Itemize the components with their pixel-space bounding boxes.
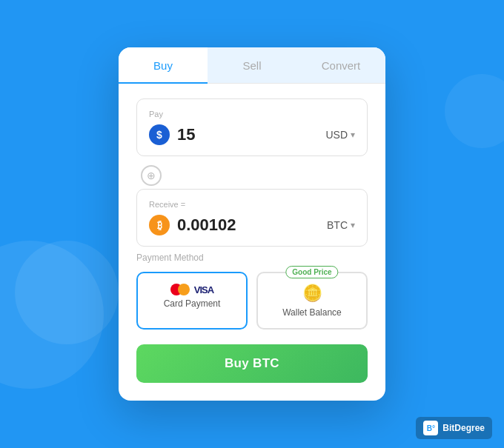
- receive-left: ₿ 0.00102: [149, 215, 236, 235]
- visa-text: VISA: [194, 284, 213, 295]
- pay-input-box: Pay $ 15 USD ▾: [136, 98, 368, 156]
- swap-icon: ⊕: [147, 170, 156, 181]
- bitdegree-badge: B° BitDegree: [416, 417, 492, 439]
- wallet-label: Wallet Balance: [265, 307, 359, 318]
- payment-option-visa[interactable]: VISA Card Payment: [136, 272, 248, 330]
- receive-label: Receive =: [149, 200, 355, 209]
- receive-currency-select[interactable]: BTC ▾: [327, 219, 355, 231]
- tab-buy[interactable]: Buy: [119, 47, 208, 84]
- pay-value[interactable]: 15: [177, 125, 195, 144]
- mc-orange-circle: [178, 284, 190, 295]
- swap-area: ⊕: [136, 162, 368, 189]
- wallet-icon-row: 🪙: [265, 284, 359, 304]
- visa-icon-row: VISA: [145, 284, 239, 295]
- payment-method-label: Payment Method: [136, 253, 368, 263]
- payment-methods-container: VISA Card Payment Good Price 🪙 Wallet Ba…: [136, 272, 368, 330]
- main-card: Buy Sell Convert Pay $ 15 USD ▾: [119, 47, 385, 401]
- payment-option-wallet[interactable]: Good Price 🪙 Wallet Balance: [256, 272, 368, 330]
- wallet-icon: 🪙: [302, 284, 322, 303]
- pay-label: Pay: [149, 110, 355, 118]
- pay-currency-select[interactable]: USD ▾: [325, 129, 355, 141]
- tab-bar: Buy Sell Convert: [119, 47, 385, 84]
- tab-sell[interactable]: Sell: [208, 47, 296, 83]
- good-price-badge: Good Price: [285, 266, 338, 278]
- receive-row: ₿ 0.00102 BTC ▾: [149, 215, 355, 235]
- receive-input-box: Receive = ₿ 0.00102 BTC ▾: [136, 189, 368, 247]
- receive-currency-label: BTC: [327, 219, 348, 231]
- buy-btc-button[interactable]: Buy BTC: [136, 344, 368, 383]
- pay-currency-label: USD: [325, 129, 348, 141]
- mastercard-icon: [170, 284, 190, 295]
- btc-coin-icon: ₿: [149, 215, 170, 235]
- tab-convert[interactable]: Convert: [296, 47, 385, 83]
- bitdegree-logo: B°: [423, 421, 438, 435]
- visa-card-label: Card Payment: [145, 298, 239, 309]
- receive-value[interactable]: 0.00102: [177, 215, 236, 235]
- receive-currency-chevron: ▾: [351, 220, 355, 230]
- swap-button[interactable]: ⊕: [141, 165, 162, 186]
- usd-coin-icon: $: [149, 124, 170, 145]
- pay-row: $ 15 USD ▾: [149, 124, 355, 145]
- bitdegree-name: BitDegree: [442, 423, 485, 433]
- card-body: Pay $ 15 USD ▾ ⊕ Receive =: [119, 84, 385, 401]
- pay-currency-chevron: ▾: [351, 130, 355, 140]
- bg-decoration-2: [15, 241, 119, 344]
- bg-decoration-3: [445, 74, 504, 148]
- pay-left: $ 15: [149, 124, 195, 145]
